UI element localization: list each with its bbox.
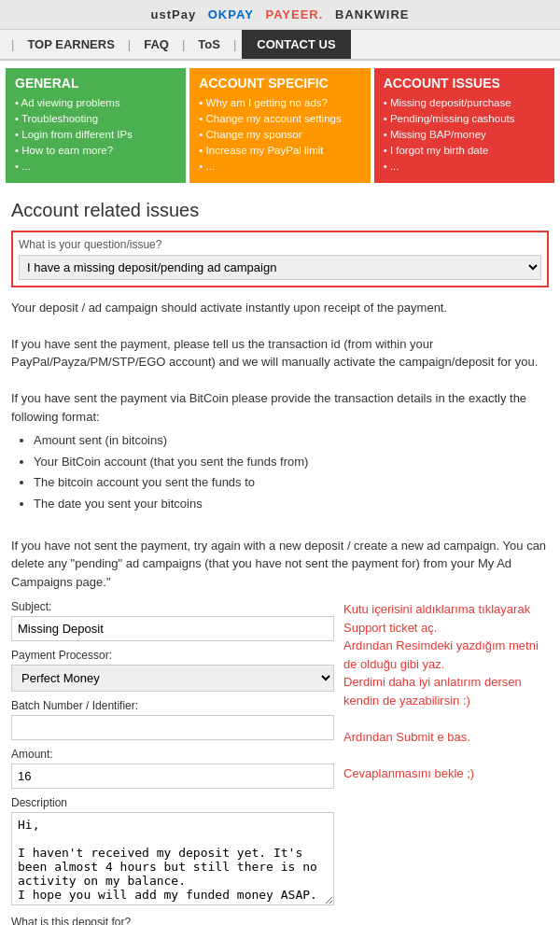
list-item: Missing deposit/purchase (384, 96, 545, 110)
tip-text: Kutu içerisini aldıklarıma tıklayarak Su… (343, 600, 549, 782)
tip-line3: Derdimi daha iyi anlatırım dersen kendin… (343, 675, 522, 708)
description-textarea[interactable] (11, 812, 334, 905)
payment-logos: ustPay OKPAY PAYEER. BANKWIRE (0, 7, 560, 21)
info-boxes: GENERAL Ad viewing problems Troubleshoot… (0, 61, 560, 190)
batch-input[interactable] (11, 715, 334, 740)
contact-us-button[interactable]: CONTACT US (242, 30, 350, 59)
batch-field-group: Batch Number / Identifier: (11, 699, 334, 740)
question-select[interactable]: I have a missing deposit/pending ad camp… (19, 255, 541, 280)
list-item: Amount sent (in bitcoins) (34, 431, 549, 450)
list-item: The bitcoin account you sent the funds t… (34, 473, 549, 492)
info-box-account-specific: ACCOUNT SPECIFIC Why am I getting no ads… (189, 68, 370, 183)
amount-label: Amount: (11, 748, 334, 761)
payment-processor-label: Payment Processor: (11, 649, 334, 662)
nav-top-earners[interactable]: TOP EARNERS (16, 30, 125, 59)
tip-line1: Kutu içerisini aldıklarıma tıklayarak Su… (343, 602, 530, 635)
subject-field-group: Subject: (11, 600, 334, 641)
separator: | (9, 37, 16, 51)
nav-bar: | TOP EARNERS | FAQ | ToS | CONTACT US (0, 30, 560, 61)
account-issues-list: Missing deposit/purchase Pending/missing… (384, 96, 545, 174)
list-item: The date you sent your bitcoins (34, 495, 549, 513)
list-item: Change my sponsor (199, 128, 360, 142)
tip-line4: Ardından Submit e bas. (343, 730, 470, 744)
description-field-group: Description (11, 796, 334, 908)
form-section: Subject: Payment Processor: Perfect Mone… (11, 600, 334, 925)
batch-label: Batch Number / Identifier: (11, 699, 334, 712)
main-content: Account related issues What is your ques… (0, 190, 560, 925)
list-item: Your BitCoin account (that you sent the … (34, 453, 549, 471)
account-specific-list: Why am I getting no ads? Change my accou… (199, 96, 360, 174)
info-p2: If you have sent the payment, please tel… (11, 335, 549, 371)
info-p3: If you have sent the payment via BitCoin… (11, 389, 549, 426)
list-item: I forgot my birth date (384, 144, 545, 158)
payment-bar: ustPay OKPAY PAYEER. BANKWIRE (0, 0, 560, 30)
payment-processor-select[interactable]: Perfect Money PayPal Payza STP EGO BitCo… (11, 665, 334, 692)
separator: | (180, 37, 187, 51)
account-specific-title: ACCOUNT SPECIFIC (199, 76, 360, 91)
form-and-tips: Subject: Payment Processor: Perfect Mone… (11, 600, 549, 925)
bitcoin-list: Amount sent (in bitcoins) Your BitCoin a… (34, 431, 549, 512)
deposit-for-label: What is this deposit for? (11, 916, 334, 925)
list-item: Troubleshooting (15, 112, 176, 126)
nav-tos[interactable]: ToS (187, 30, 231, 59)
list-item: How to earn more? (15, 144, 176, 158)
list-item: ... (199, 160, 360, 174)
tip-line5: Cevaplanmasını bekle ;) (343, 766, 474, 780)
question-wrapper: What is your question/issue? I have a mi… (11, 231, 549, 287)
info-box-account-issues: ACCOUNT ISSUES Missing deposit/purchase … (374, 68, 554, 183)
info-section: Your deposit / ad campaign should activa… (11, 299, 549, 592)
list-item: Increase my PayPal limit (199, 144, 360, 158)
general-list: Ad viewing problems Troubleshooting Logi… (15, 96, 176, 174)
list-item: Why am I getting no ads? (199, 96, 360, 110)
list-item: ... (384, 160, 545, 174)
info-p4: If you have not sent the payment, try ag… (11, 537, 549, 592)
question-label: What is your question/issue? (19, 238, 541, 251)
general-title: GENERAL (15, 76, 176, 91)
account-issues-title: ACCOUNT ISSUES (384, 76, 545, 91)
info-box-general: GENERAL Ad viewing problems Troubleshoot… (6, 68, 186, 183)
info-p1: Your deposit / ad campaign should activa… (11, 299, 549, 317)
subject-input[interactable] (11, 616, 334, 641)
okpay-logo: OKPAY (208, 7, 254, 21)
subject-label: Subject: (11, 600, 334, 613)
list-item: Login from different IPs (15, 128, 176, 142)
page-title: Account related issues (11, 200, 549, 221)
list-item: ... (15, 160, 176, 174)
list-item: Change my account settings (199, 112, 360, 126)
bankwire-logo: BANKWIRE (335, 7, 410, 21)
separator: | (126, 37, 133, 51)
justpay-logo: ustPay (150, 7, 196, 21)
nav-faq[interactable]: FAQ (133, 30, 180, 59)
list-item: Missing BAP/money (384, 128, 545, 142)
amount-input[interactable] (11, 764, 334, 789)
payeer-logo: PAYEER. (265, 7, 323, 21)
description-label: Description (11, 796, 334, 809)
payment-processor-field-group: Payment Processor: Perfect Money PayPal … (11, 649, 334, 692)
separator: | (231, 37, 238, 51)
amount-field-group: Amount: (11, 748, 334, 789)
list-item: Ad viewing problems (15, 96, 176, 110)
list-item: Pending/missing cashouts (384, 112, 545, 126)
tips-section: Kutu içerisini aldıklarıma tıklayarak Su… (343, 600, 549, 925)
tip-line2: Ardından Resimdeki yazdığım metni de old… (343, 638, 539, 671)
